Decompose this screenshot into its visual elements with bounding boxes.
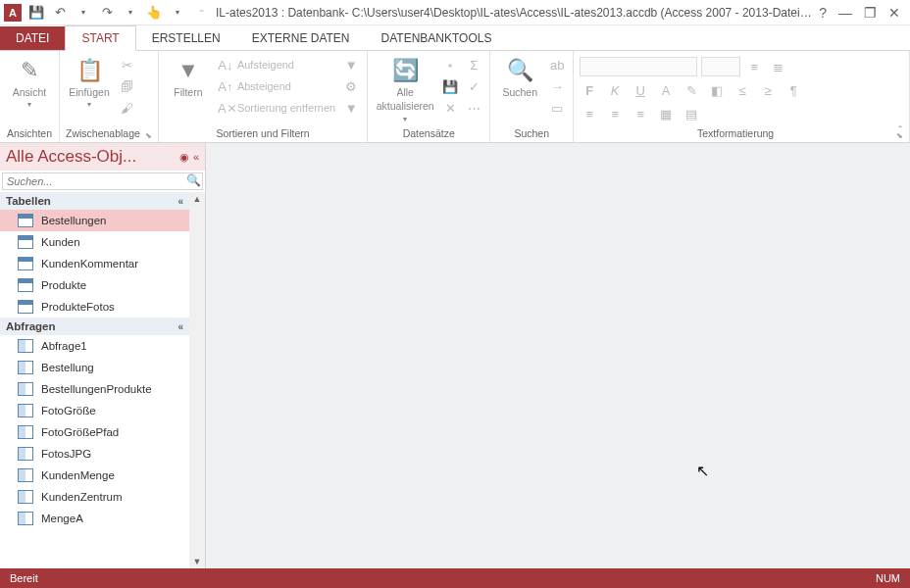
bold-icon[interactable]: F (580, 80, 599, 100)
nav-query-fotogroesse[interactable]: FotoGröße (0, 400, 189, 421)
bullets-icon[interactable]: ≡ (744, 57, 764, 76)
italic-icon[interactable]: K (605, 80, 625, 100)
nav-query-bestellung[interactable]: Bestellung (0, 357, 189, 378)
selection-filter-icon[interactable]: ▼ (341, 55, 361, 74)
group-zwischenablage: 📋 Einfügen ▾ ✂ 🗐 🖌 Zwischenablage (60, 51, 159, 142)
new-record-icon[interactable]: ⋆ (440, 55, 460, 74)
highlight-icon[interactable]: ✎ (682, 80, 701, 100)
nav-query-kundenmenge[interactable]: KundenMenge (0, 465, 189, 486)
refresh-icon: 🔄 (392, 57, 419, 84)
numbering-icon[interactable]: ≣ (768, 57, 787, 76)
tab-start[interactable]: START (65, 25, 135, 51)
nav-table-produktefotos[interactable]: ProdukteFotos (0, 296, 189, 318)
nav-object-list: Tabellen« Bestellungen Kunden KundenKomm… (0, 192, 189, 529)
underline-icon[interactable]: U (631, 80, 650, 100)
alle-aktualisieren-button[interactable]: 🔄 Alle aktualisieren ▾ (374, 53, 436, 123)
nav-scrollbar[interactable]: ▲ ▼ (189, 192, 205, 568)
advanced-filter-icon[interactable]: ⚙ (341, 76, 361, 96)
indent-increase-icon[interactable]: ≥ (758, 80, 778, 100)
align-right-icon[interactable]: ≡ (631, 104, 650, 123)
font-size-combo[interactable] (701, 57, 740, 76)
qat-customize-icon[interactable]: ▾ (169, 4, 186, 22)
ansicht-button[interactable]: ✎ Ansicht ▾ (6, 53, 53, 109)
sortierung-entfernen-button[interactable]: A⨯Sortierung entfernen (216, 98, 337, 118)
nav-query-mengea[interactable]: MengeA (0, 508, 189, 529)
text-direction-icon[interactable]: ¶ (784, 80, 803, 100)
toggle-filter-icon[interactable]: ▼ (341, 98, 361, 118)
query-icon (18, 339, 33, 353)
alt-row-color-icon[interactable]: ▤ (682, 104, 701, 123)
nav-query-kundenzentrum[interactable]: KundenZentrum (0, 486, 189, 508)
tab-datenbanktools[interactable]: DATENBANKTOOLS (366, 26, 508, 50)
scroll-up-icon[interactable]: ▲ (191, 192, 204, 206)
nav-section-abfragen[interactable]: Abfragen« (0, 318, 189, 335)
more-records-icon[interactable]: ⋯ (464, 98, 483, 118)
save-record-icon[interactable]: 💾 (440, 76, 460, 96)
einfuegen-button[interactable]: 📋 Einfügen ▾ (66, 53, 113, 109)
nav-query-bestellungenprodukte[interactable]: BestellungenProdukte (0, 378, 189, 400)
nav-collapse-icon[interactable]: « (193, 151, 199, 164)
nav-table-bestellungen[interactable]: Bestellungen (0, 210, 189, 231)
align-center-icon[interactable]: ≡ (605, 104, 625, 123)
nav-query-fotogroessepfad[interactable]: FotoGrößePfad (0, 421, 189, 443)
font-color-icon[interactable]: A (656, 80, 676, 100)
query-icon (18, 404, 33, 417)
nav-header[interactable]: Alle Access-Obj... ◉ « (0, 143, 205, 171)
redo-icon[interactable]: ↷ (98, 4, 116, 22)
nav-search-input[interactable] (3, 173, 184, 189)
table-icon (18, 257, 33, 270)
suchen-button[interactable]: 🔍 Suchen (496, 53, 543, 98)
undo-icon[interactable]: ↶ (51, 4, 69, 22)
help-icon[interactable]: ? (819, 5, 827, 21)
spelling-icon[interactable]: ✓ (464, 76, 483, 96)
replace-icon[interactable]: ab (547, 55, 567, 74)
nav-table-produkte[interactable]: Produkte (0, 274, 189, 296)
touch-mode-icon[interactable]: 👆 (145, 4, 163, 22)
font-name-combo[interactable] (580, 57, 697, 76)
search-icon[interactable]: 🔍 (184, 173, 202, 189)
goto-icon[interactable]: → (547, 76, 567, 96)
nav-section-tabellen[interactable]: Tabellen« (0, 192, 189, 210)
fill-color-icon[interactable]: ◧ (707, 80, 727, 100)
align-left-icon[interactable]: ≡ (580, 104, 599, 123)
scroll-down-icon[interactable]: ▼ (191, 555, 204, 568)
nav-table-kundenkommentar[interactable]: KundenKommentar (0, 253, 189, 274)
query-icon (18, 382, 33, 396)
filtern-button[interactable]: ▼ Filtern (165, 53, 212, 98)
find-icon: 🔍 (507, 57, 533, 84)
redo-dropdown-icon[interactable]: ▾ (122, 4, 139, 22)
collapse-ribbon-icon[interactable]: ˆ (898, 124, 902, 136)
aufsteigend-button[interactable]: A↓Aufsteigend (216, 55, 337, 74)
close-icon[interactable]: ✕ (888, 5, 900, 21)
delete-record-icon[interactable]: ✕ (440, 98, 460, 118)
app-icon[interactable]: A (4, 4, 22, 22)
tab-file[interactable]: DATEI (0, 26, 65, 50)
nav-query-abfrage1[interactable]: Abfrage1 (0, 335, 189, 357)
window-controls: ? — ❐ ✕ (819, 5, 906, 21)
clear-sort-icon: A⨯ (218, 101, 233, 116)
undo-dropdown-icon[interactable]: ▾ (75, 4, 92, 22)
restore-icon[interactable]: ❐ (864, 5, 877, 21)
tab-erstellen[interactable]: ERSTELLEN (136, 26, 236, 50)
gridlines-icon[interactable]: ▦ (656, 104, 676, 123)
nav-dropdown-icon[interactable]: ◉ (179, 151, 189, 164)
ribbon-tabs: DATEI START ERSTELLEN EXTERNE DATEN DATE… (0, 25, 910, 51)
cut-icon[interactable]: ✂ (117, 55, 136, 74)
query-icon (18, 425, 33, 439)
nav-query-fotosjpg[interactable]: FotosJPG (0, 443, 189, 465)
workspace: Alle Access-Obj... ◉ « 🔍 Tabellen« Beste… (0, 143, 910, 568)
minimize-icon[interactable]: — (838, 5, 852, 21)
sort-desc-icon: A↑ (218, 79, 233, 94)
indent-decrease-icon[interactable]: ≤ (733, 80, 752, 100)
absteigend-button[interactable]: A↑Absteigend (216, 76, 337, 96)
select-icon[interactable]: ▭ (547, 98, 567, 118)
nav-table-kunden[interactable]: Kunden (0, 231, 189, 253)
status-numlock: NUM (876, 572, 900, 584)
copy-icon[interactable]: 🗐 (117, 76, 136, 96)
tab-externe-daten[interactable]: EXTERNE DATEN (236, 26, 366, 50)
group-textformatierung: ≡ ≣ F K U A ✎ ◧ ≤ ≥ ¶ ≡ ≡ ≡ ▦ ▤ Text (574, 51, 910, 142)
format-painter-icon[interactable]: 🖌 (117, 98, 136, 118)
mouse-cursor-icon: ↖ (696, 462, 709, 480)
save-icon[interactable]: 💾 (27, 4, 45, 22)
totals-icon[interactable]: Σ (464, 55, 483, 74)
